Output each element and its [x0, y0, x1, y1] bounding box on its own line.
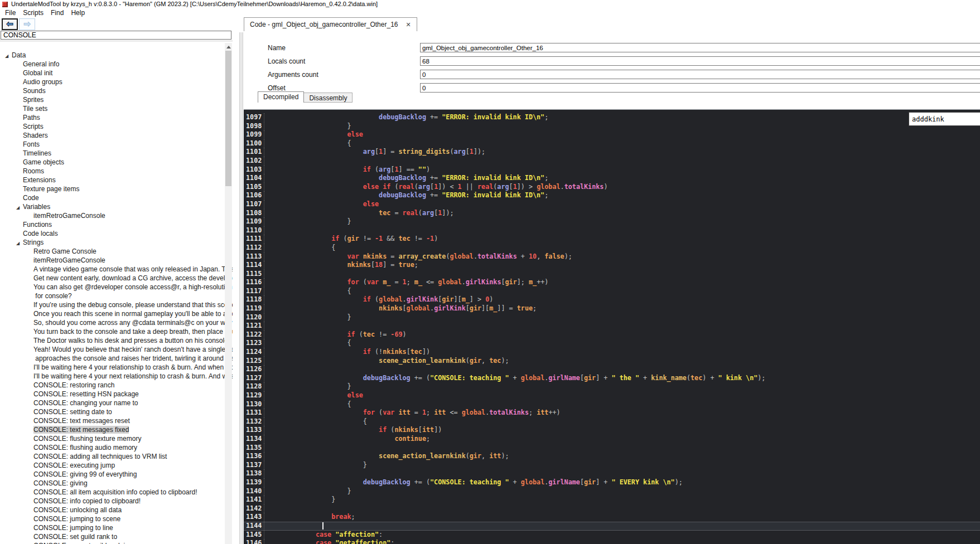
tree-item[interactable]: Paths [0, 113, 233, 122]
code-line[interactable]: 1132 { [244, 417, 980, 426]
code-line[interactable]: 1097 debugBacklog += "ERROR: invalid kin… [244, 113, 980, 122]
tree-item[interactable]: Sprites [0, 95, 233, 104]
tree-item[interactable]: CONSOLE: adding all techniques to VRM li… [0, 452, 233, 461]
tree-item[interactable]: Rooms [0, 167, 233, 176]
menu-help[interactable]: Help [69, 9, 90, 17]
tree-item[interactable]: CONSOLE: flushing texture memory [0, 434, 233, 443]
code-line[interactable]: 1117 { [244, 287, 980, 296]
code-line[interactable]: 1118 if (global.girlKink[gir][m_] > 0) [244, 295, 980, 304]
tree-item[interactable]: CONSOLE: resetting HSN package [0, 390, 233, 399]
code-line[interactable]: 1123 { [244, 339, 980, 348]
code-line[interactable]: 1121 [244, 322, 980, 331]
code-line[interactable]: 1101 arg[1] = string_digits(arg[1]); [244, 148, 980, 157]
code-line[interactable]: 1109 } [244, 217, 980, 226]
code-line[interactable]: 1140 } [244, 487, 980, 496]
code-line[interactable]: 1103 if (arg[1] == "") [244, 166, 980, 174]
code-line[interactable]: 1114 nkinks[18] = true; [244, 261, 980, 270]
menu-find[interactable]: Find [49, 9, 69, 17]
code-line[interactable]: 1141 } [244, 496, 980, 504]
tab-decompiled[interactable]: Decompiled [258, 91, 304, 103]
tree-item[interactable]: Get new content early, download a CG arc… [0, 274, 233, 283]
tree-item[interactable]: You turn back to the console and take a … [0, 327, 233, 336]
tree-item[interactable]: Game objects [0, 158, 233, 167]
tab-disassembly[interactable]: Disassembly [304, 93, 353, 103]
code-line[interactable]: 1112 { [244, 244, 980, 252]
tree-item[interactable]: Tile sets [0, 104, 233, 113]
tree-item[interactable]: CONSOLE: text messages fixed [0, 425, 233, 434]
tab-code-object[interactable]: Code - gml_Object_obj_gamecontroller_Oth… [244, 17, 417, 31]
tree-item[interactable]: Shaders [0, 131, 233, 140]
tree-item[interactable]: ◢Data [0, 51, 233, 60]
tree-item[interactable]: CONSOLE: executing jump [0, 461, 233, 470]
tree-item[interactable]: CONSOLE: giving [0, 479, 233, 488]
code-line[interactable]: 1116 for (var m_ = 1; m_ <= global.girlK… [244, 278, 980, 287]
code-line[interactable]: 1106 debugBacklog += "ERROR: invalid kin… [244, 191, 980, 200]
expander-icon[interactable]: ◢ [16, 239, 20, 247]
tree-item[interactable]: So, should you come across any @cdata te… [0, 318, 233, 327]
code-line[interactable]: 1107 else [244, 200, 980, 209]
tree-item[interactable]: CONSOLE: jumping to scene [0, 514, 233, 523]
code-line[interactable]: 1134 continue; [244, 435, 980, 444]
tree-item[interactable]: The Doctor walks to his desk and presses… [0, 336, 233, 345]
field-input-locals-count[interactable] [420, 56, 980, 66]
tree-item[interactable]: CONSOLE: restoring ranch [0, 381, 233, 390]
code-line[interactable]: 1139 debugBacklog += ("CONSOLE: teaching… [244, 478, 980, 487]
field-input-offset[interactable] [420, 83, 980, 93]
code-line[interactable]: 1133 if (nkinks[itt]) [244, 426, 980, 435]
code-line[interactable]: 1108 tec = real(arg[1]); [244, 209, 980, 218]
code-line[interactable]: 1122 if (tec != -69) [244, 331, 980, 339]
code-line[interactable]: 1120 } [244, 313, 980, 322]
code-line[interactable]: 1136 scene_action_learnkink(gir, itt); [244, 452, 980, 461]
code-line[interactable]: 1119 nkinks[global.girlKink[gir][m_]] = … [244, 304, 980, 313]
close-icon[interactable]: ✕ [405, 21, 411, 28]
expander-icon[interactable]: ◢ [16, 203, 20, 211]
code-line[interactable]: 1146 case "getaffection": [244, 539, 980, 544]
tree-item[interactable]: ◢Strings [0, 238, 233, 247]
code-line[interactable]: 1100 { [244, 139, 980, 148]
tree-search-input[interactable] [1, 31, 231, 40]
tree-item[interactable]: CONSOLE: current guild rank is [0, 541, 233, 544]
tree-item[interactable]: ◢Variables [0, 202, 233, 211]
tree-item[interactable]: CONSOLE: giving 99 of everything [0, 470, 233, 479]
scrollbar-thumb[interactable] [225, 51, 231, 186]
code-line[interactable]: 1104 debugBacklog += "ERROR: invalid kin… [244, 174, 980, 183]
code-line[interactable]: 1115 [244, 270, 980, 279]
code-line[interactable]: 1098 } [244, 122, 980, 131]
tree-item[interactable]: Code locals [0, 229, 233, 238]
tree-item[interactable]: I'll be waiting here 4 your next relatio… [0, 372, 233, 381]
tree-item[interactable]: CONSOLE: text messages reset [0, 416, 233, 425]
tree-item[interactable]: Texture page items [0, 184, 233, 193]
code-line[interactable]: 1113 var nkinks = array_create(global.to… [244, 252, 980, 261]
code-line[interactable]: 1102 [244, 157, 980, 166]
code-line[interactable]: 1145 case "affection": [244, 531, 980, 540]
tree-item[interactable]: CONSOLE: setting date to [0, 407, 233, 416]
menu-file[interactable]: File [3, 9, 21, 17]
tree-item[interactable]: Yeah! Would you believe that heckin' ran… [0, 345, 233, 354]
tree-item[interactable]: CONSOLE: unlocking all data [0, 506, 233, 514]
menu-scripts[interactable]: Scripts [21, 9, 49, 17]
tree-item[interactable]: Functions [0, 220, 233, 229]
tree-item[interactable]: CONSOLE: flushing audio memory [0, 443, 233, 452]
scroll-up-arrow-icon[interactable] [225, 43, 232, 51]
back-button[interactable]: ⬅ [2, 18, 18, 30]
tree-item[interactable]: Global init [0, 69, 233, 77]
expander-icon[interactable]: ◢ [5, 52, 8, 60]
editor-find-input[interactable] [909, 113, 980, 125]
code-line[interactable]: 1138 [244, 469, 980, 478]
tree-item[interactable]: itemRetroGameConsole [0, 256, 233, 265]
code-line[interactable]: 1125 scene_action_learnkink(gir, tec); [244, 357, 980, 366]
code-line[interactable]: 1131 for (var itt = 1; itt <= global.tot… [244, 409, 980, 417]
tree-item[interactable]: for console? [0, 292, 233, 300]
code-line[interactable]: 1137 } [244, 461, 980, 470]
tree-item[interactable]: Sounds [0, 86, 233, 95]
tree-item[interactable]: If you're using the debug console, pleas… [0, 300, 233, 309]
tree-item[interactable]: Scripts [0, 122, 233, 131]
code-line[interactable]: 1135 [244, 444, 980, 453]
tree-item[interactable]: approaches the console and raises her tr… [0, 354, 233, 363]
panel-splitter[interactable] [239, 32, 243, 544]
code-line[interactable]: 1130 { [244, 400, 980, 409]
tree-item[interactable]: Retro Game Console [0, 247, 233, 256]
field-input-name[interactable] [420, 43, 980, 52]
code-line[interactable]: 1127 debugBacklog += ("CONSOLE: teaching… [244, 374, 980, 383]
tree-item[interactable]: You can also get @rdeveloper console acc… [0, 283, 233, 292]
